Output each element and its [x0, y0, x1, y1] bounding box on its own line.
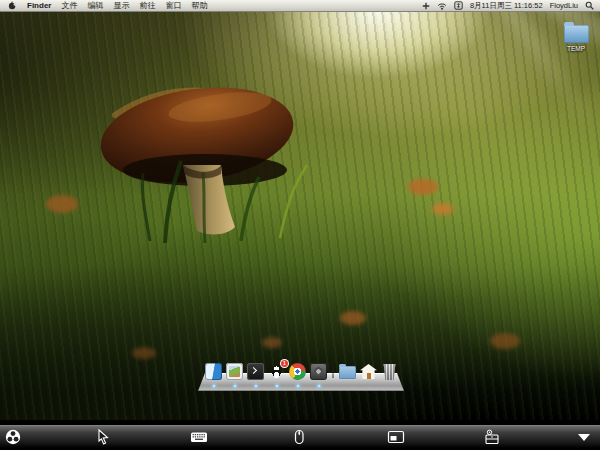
dock-item-home-stack[interactable]	[360, 363, 377, 380]
menu-help[interactable]: 帮助	[191, 0, 207, 11]
screen-sharing-icon	[310, 363, 327, 380]
home-icon	[360, 364, 377, 379]
dock-items: 1	[205, 360, 398, 380]
menu-bar-clock[interactable]: 8月11日周三 11:16:52	[470, 0, 543, 11]
menu-file[interactable]: 文件	[61, 0, 77, 11]
tools-icon	[483, 428, 501, 446]
cursor-icon	[94, 428, 112, 446]
mushroom-illustration	[55, 73, 315, 243]
menu-bar-user[interactable]: FloydLiu	[550, 0, 578, 11]
display-button[interactable]	[383, 427, 409, 447]
dock-item-documents-folder[interactable]	[339, 363, 356, 380]
running-indicator	[254, 384, 258, 388]
dock-item-terminal[interactable]	[247, 363, 264, 380]
trash-icon	[383, 364, 397, 380]
dock: 1	[198, 360, 404, 394]
desktop-area[interactable]: TEMP 1	[0, 11, 600, 420]
dock-separator	[332, 363, 334, 378]
cursor-button[interactable]	[90, 427, 116, 447]
keyboard-button[interactable]	[186, 427, 212, 447]
dock-item-finder[interactable]	[205, 363, 222, 380]
dock-item-screen-sharing[interactable]	[310, 363, 327, 380]
hide-toolbar-button[interactable]	[571, 427, 597, 447]
menu-view[interactable]: 显示	[113, 0, 129, 11]
leaf	[432, 203, 454, 215]
running-indicator	[317, 384, 321, 388]
menu-bar: Finder 文件 编辑 显示 前往 窗口 帮助 8月11日周三 11:16:5…	[0, 0, 600, 12]
desktop-icon-label: TEMP	[556, 45, 596, 52]
menu-window[interactable]: 窗口	[165, 0, 181, 11]
menu-bar-status: 8月11日周三 11:16:52 FloydLiu	[422, 0, 600, 11]
running-indicator	[233, 384, 237, 388]
dock-item-preview[interactable]	[226, 363, 243, 380]
apple-menu-icon[interactable]	[8, 1, 17, 10]
menu-bar-left: Finder 文件 编辑 显示 前往 窗口 帮助	[0, 0, 207, 11]
wifi-icon[interactable]	[437, 2, 447, 10]
chrome-icon	[289, 363, 306, 380]
running-indicator	[275, 384, 279, 388]
leaf	[340, 311, 366, 325]
tools-button[interactable]	[479, 427, 505, 447]
dock-item-trash[interactable]	[381, 363, 398, 380]
terminal-icon	[247, 363, 264, 380]
menu-go[interactable]: 前往	[139, 0, 155, 11]
leaf	[132, 347, 156, 359]
display-icon	[387, 428, 405, 446]
hide-triangle-icon	[575, 428, 593, 446]
running-indicator	[212, 384, 216, 388]
folder-icon	[564, 25, 589, 43]
leaf	[490, 333, 520, 349]
connections-icon	[4, 428, 22, 446]
remote-desktop-screen: Finder 文件 编辑 显示 前往 窗口 帮助 8月11日周三 11:16:5…	[0, 0, 600, 450]
dock-item-qq[interactable]: 1	[268, 363, 285, 380]
dock-item-chrome[interactable]	[289, 363, 306, 380]
menu-finder[interactable]: Finder	[27, 0, 51, 11]
plus-icon[interactable]	[422, 2, 430, 10]
leaf	[46, 195, 78, 213]
finder-icon	[205, 363, 222, 380]
spotlight-icon[interactable]	[585, 1, 594, 10]
input-source-icon[interactable]	[454, 1, 463, 10]
mouse-icon	[290, 428, 308, 446]
mouse-button[interactable]	[286, 427, 312, 447]
qq-badge: 1	[281, 360, 288, 367]
menu-edit[interactable]: 编辑	[87, 0, 103, 11]
desktop-icon-temp-folder[interactable]: TEMP	[556, 25, 596, 52]
connections-button[interactable]	[0, 427, 26, 447]
leaf	[408, 179, 438, 195]
folder-stack-icon	[339, 366, 356, 379]
keyboard-icon	[190, 428, 208, 446]
vnc-toolbar	[0, 425, 600, 448]
running-indicator	[296, 384, 300, 388]
preview-icon	[226, 363, 243, 380]
leaf	[262, 337, 282, 348]
